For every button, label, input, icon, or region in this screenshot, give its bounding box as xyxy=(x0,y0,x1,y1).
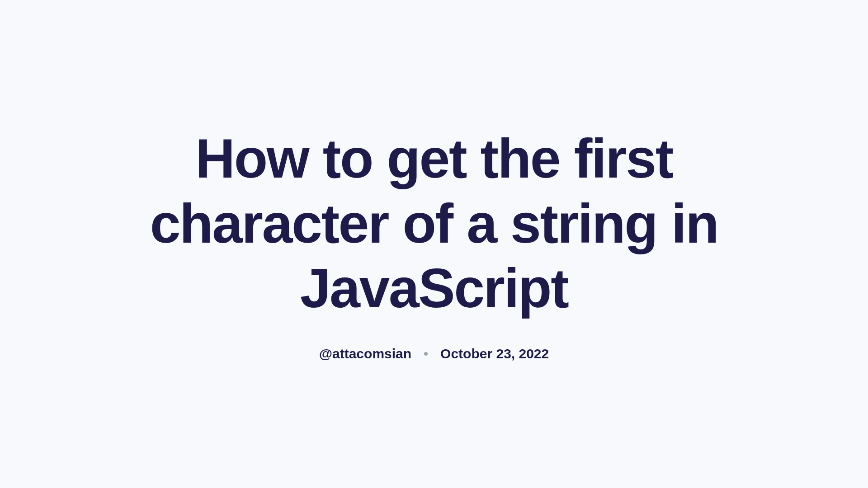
article-title: How to get the first character of a stri… xyxy=(136,127,732,322)
publish-date: October 23, 2022 xyxy=(440,346,549,361)
author-handle: @attacomsian xyxy=(319,346,411,361)
separator-dot xyxy=(424,352,428,356)
article-header: How to get the first character of a stri… xyxy=(118,127,750,362)
article-meta: @attacomsian October 23, 2022 xyxy=(136,346,732,361)
